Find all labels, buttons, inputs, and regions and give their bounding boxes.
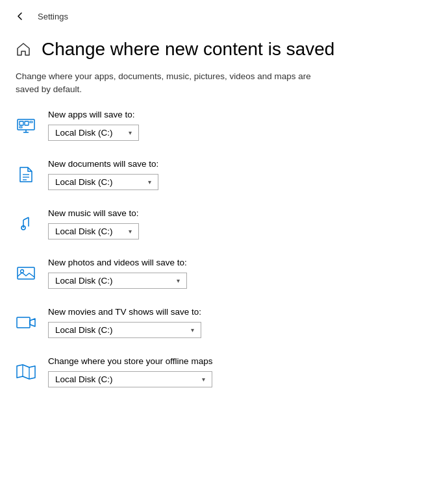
music-dropdown-value: Local Disk (C:) bbox=[55, 226, 113, 236]
photos-dropdown-value: Local Disk (C:) bbox=[55, 276, 113, 286]
svg-rect-14 bbox=[17, 317, 30, 328]
documents-setting-group: New documents will save to: Local Disk (… bbox=[48, 159, 158, 190]
apps-label: New apps will save to: bbox=[48, 110, 139, 119]
apps-setting-group: New apps will save to: Local Disk (C:) ▾ bbox=[48, 110, 139, 141]
svg-rect-1 bbox=[19, 121, 23, 125]
title-bar-text: Settings bbox=[38, 12, 68, 21]
setting-row-photos: New photos and videos will save to: Loca… bbox=[16, 258, 432, 289]
music-dropdown[interactable]: Local Disk (C:) ▾ bbox=[48, 223, 139, 239]
page-title: Change where new content is saved bbox=[42, 39, 334, 60]
page-header: Change where new content is saved bbox=[0, 32, 448, 70]
documents-label: New documents will save to: bbox=[48, 159, 158, 169]
settings-content: New apps will save to: Local Disk (C:) ▾… bbox=[0, 110, 448, 387]
movies-label: New movies and TV shows will save to: bbox=[48, 307, 201, 317]
movies-setting-group: New movies and TV shows will save to: Lo… bbox=[48, 307, 201, 338]
home-icon bbox=[16, 42, 31, 57]
setting-row-movies: New movies and TV shows will save to: Lo… bbox=[16, 307, 432, 338]
svg-rect-3 bbox=[30, 121, 32, 123]
maps-dropdown-arrow: ▾ bbox=[202, 376, 205, 383]
music-icon bbox=[16, 215, 36, 233]
maps-dropdown[interactable]: Local Disk (C:) ▾ bbox=[48, 371, 212, 387]
setting-row-apps: New apps will save to: Local Disk (C:) ▾ bbox=[16, 110, 432, 141]
maps-icon bbox=[16, 363, 36, 380]
svg-rect-4 bbox=[19, 127, 22, 128]
setting-row-music: New music will save to: Local Disk (C:) … bbox=[16, 208, 432, 239]
back-button[interactable] bbox=[10, 6, 30, 26]
documents-dropdown-value: Local Disk (C:) bbox=[55, 177, 113, 187]
movies-icon bbox=[16, 315, 36, 330]
music-dropdown-arrow: ▾ bbox=[129, 228, 132, 235]
apps-dropdown-arrow: ▾ bbox=[129, 129, 132, 136]
svg-rect-2 bbox=[25, 121, 29, 125]
apps-dropdown-value: Local Disk (C:) bbox=[55, 128, 113, 138]
maps-dropdown-value: Local Disk (C:) bbox=[55, 374, 113, 384]
documents-icon bbox=[16, 166, 36, 183]
movies-dropdown-value: Local Disk (C:) bbox=[55, 325, 113, 335]
setting-row-maps: Change where you store your offline maps… bbox=[16, 356, 432, 387]
photos-label: New photos and videos will save to: bbox=[48, 258, 187, 267]
svg-rect-12 bbox=[18, 267, 34, 279]
maps-label: Change where you store your offline maps bbox=[48, 356, 212, 366]
photos-dropdown-arrow: ▾ bbox=[177, 277, 180, 284]
setting-row-documents: New documents will save to: Local Disk (… bbox=[16, 159, 432, 190]
photos-setting-group: New photos and videos will save to: Loca… bbox=[48, 258, 187, 289]
maps-setting-group: Change where you store your offline maps… bbox=[48, 356, 212, 387]
documents-dropdown-arrow: ▾ bbox=[148, 178, 151, 186]
title-bar: Settings bbox=[0, 0, 448, 32]
page-description: Change where your apps, documents, music… bbox=[0, 70, 338, 110]
movies-dropdown[interactable]: Local Disk (C:) ▾ bbox=[48, 322, 201, 338]
music-label: New music will save to: bbox=[48, 208, 139, 218]
apps-icon bbox=[16, 117, 36, 134]
apps-dropdown[interactable]: Local Disk (C:) ▾ bbox=[48, 125, 139, 141]
documents-dropdown[interactable]: Local Disk (C:) ▾ bbox=[48, 174, 158, 190]
music-setting-group: New music will save to: Local Disk (C:) … bbox=[48, 208, 139, 239]
photos-icon bbox=[16, 265, 36, 282]
movies-dropdown-arrow: ▾ bbox=[191, 326, 194, 334]
photos-dropdown[interactable]: Local Disk (C:) ▾ bbox=[48, 273, 187, 289]
